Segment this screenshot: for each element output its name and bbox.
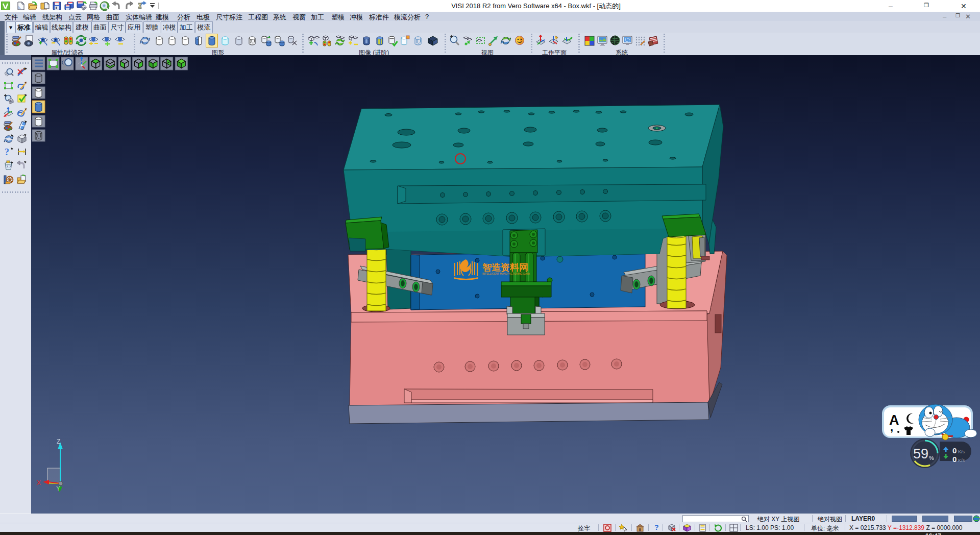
svg-text:0: 0 xyxy=(952,455,957,464)
svg-text:X: X xyxy=(37,479,41,487)
svg-text:%: % xyxy=(929,455,934,461)
svg-text:59: 59 xyxy=(913,446,928,461)
svg-text:0: 0 xyxy=(952,446,957,455)
svg-text:K/s: K/s xyxy=(958,458,965,463)
svg-text:Z: Z xyxy=(57,438,60,445)
svg-text:,: , xyxy=(890,421,893,433)
svg-text:K/s: K/s xyxy=(958,449,965,454)
svg-text:INTELLIGENT MANUFACTURING DATA: INTELLIGENT MANUFACTURING DATA xyxy=(482,272,530,275)
svg-text:智造资料网: 智造资料网 xyxy=(482,262,528,273)
svg-text:Y: Y xyxy=(56,485,60,492)
svg-text:?: ? xyxy=(5,147,9,157)
